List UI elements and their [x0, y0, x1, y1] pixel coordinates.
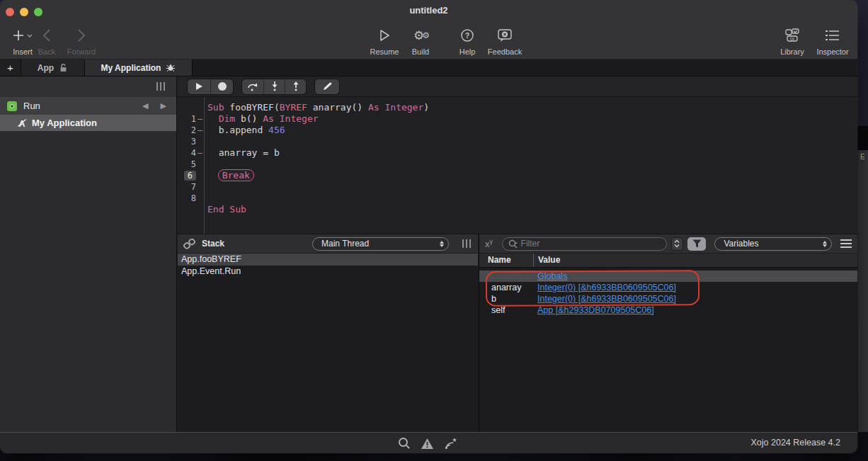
warning-icon[interactable]	[421, 438, 434, 450]
code-line[interactable]: 1— Dim b() As Integer	[178, 113, 857, 125]
tab-my-application[interactable]: My Application	[85, 59, 193, 76]
column-name: Name	[479, 254, 533, 267]
variable-row[interactable]: selfApp [&h2933DB0709505C06]	[479, 305, 857, 316]
code-text[interactable]: Break	[204, 170, 254, 181]
code-line[interactable]: 6 Break	[178, 170, 857, 181]
code-line[interactable]: 2— b.append 456	[178, 125, 857, 136]
gutter-line-number[interactable]: 8	[178, 193, 204, 204]
variable-row[interactable]: Globals	[479, 271, 857, 282]
code-line[interactable]: End Sub	[178, 204, 857, 215]
navigate-forward-icon[interactable]: ▶	[158, 101, 169, 110]
gutter-line-number[interactable]: 5	[178, 159, 204, 170]
stepper-arrows-icon	[674, 239, 680, 248]
stack-panel: Stack Main Thread App.fooBYREFApp.Event.…	[178, 234, 478, 432]
navigator-item-my-application[interactable]: A My Application	[0, 115, 176, 131]
navigator-item-label: My Application	[32, 118, 97, 128]
library-icon: OK	[770, 24, 815, 47]
forward-button[interactable]: Forward	[59, 24, 104, 56]
code-text[interactable]: anarray = b	[204, 147, 280, 159]
variables-panel-header: xy Filter Variables	[479, 234, 857, 253]
filter-funnel-button[interactable]	[687, 237, 707, 251]
pencil-icon	[322, 82, 333, 91]
gutter-line-number[interactable]: 7	[178, 181, 204, 193]
background-window-edge: E	[858, 150, 868, 432]
variables-filter-input[interactable]: Filter	[502, 237, 667, 251]
gutter-line-number[interactable]: 3	[178, 136, 204, 147]
code-line[interactable]: 8	[178, 193, 857, 204]
new-tab-button[interactable]: +	[0, 59, 21, 76]
gutter-line-number[interactable]: 4—	[178, 147, 204, 159]
main-toolbar: Insert Back Forward Resume ⚙⚙ Build	[0, 20, 857, 59]
variable-value-link[interactable]: Integer(0) [&h6933BB0609505C06]	[537, 294, 676, 304]
play-icon	[195, 82, 203, 91]
tab-app-label: App	[38, 63, 54, 73]
code-text[interactable]: End Sub	[204, 204, 246, 215]
thread-selector[interactable]: Main Thread	[312, 237, 449, 251]
step-over-button[interactable]	[242, 79, 263, 94]
gutter-line-number[interactable]	[178, 102, 204, 113]
feedback-button[interactable]: Feedback	[482, 24, 527, 56]
pane-mode-selector[interactable]: Variables	[714, 237, 832, 251]
code-editor[interactable]: Sub fooBYREF(BYREF anarray() As Integer)…	[178, 97, 857, 234]
filter-placeholder: Filter	[521, 239, 540, 249]
stack-title: Stack	[202, 239, 224, 249]
variable-value-link[interactable]: App [&h2933DB0709505C06]	[537, 305, 654, 315]
variable-name: anarray	[479, 282, 533, 293]
navigator-run-row[interactable]: Run ◀ ▶	[0, 97, 176, 115]
background-window-text-fragment: E	[860, 153, 865, 161]
debug-play-button[interactable]	[188, 79, 210, 94]
edit-code-button[interactable]	[315, 79, 339, 94]
window-title: untitled2	[0, 5, 857, 16]
menu-icon[interactable]	[840, 239, 852, 248]
debugger-toolbar	[178, 76, 857, 97]
step-into-icon	[271, 81, 278, 91]
stack-frame[interactable]: App.fooBYREF	[178, 254, 478, 266]
title-bar[interactable]: untitled2	[0, 0, 857, 20]
gutter-line-number[interactable]	[178, 204, 204, 215]
variable-name	[479, 271, 533, 282]
step-into-button[interactable]	[263, 79, 285, 94]
search-icon[interactable]	[398, 437, 411, 450]
tab-my-application-label: My Application	[101, 63, 161, 73]
expression-icon[interactable]: xy	[485, 238, 502, 249]
variable-row[interactable]: anarrayInteger(0) [&h6933BB0609505C06]	[479, 282, 857, 293]
step-out-button[interactable]	[285, 79, 306, 94]
gutter-line-number[interactable]: 2—	[178, 125, 204, 136]
code-line[interactable]: 7	[178, 181, 857, 193]
inspector-button[interactable]: Inspector	[810, 24, 855, 56]
code-line[interactable]: 4— anarray = b	[178, 147, 857, 159]
navigate-back-icon[interactable]: ◀	[139, 101, 151, 110]
bug-icon	[166, 63, 176, 73]
library-button[interactable]: OK Library	[770, 24, 815, 56]
variable-row[interactable]: bInteger(0) [&h6933BB0609505C06]	[479, 293, 857, 305]
gutter-divider	[204, 97, 205, 234]
variable-value-link[interactable]: Integer(0) [&h6933BB0609505C06]	[537, 283, 676, 292]
search-icon	[508, 239, 519, 249]
breakpoint-chip[interactable]: Break	[218, 169, 254, 181]
chevron-right-icon	[59, 24, 104, 47]
filter-stepper[interactable]	[671, 237, 683, 251]
chain-link-icon	[183, 239, 195, 249]
code-line[interactable]: 3	[178, 136, 857, 147]
code-line[interactable]: 5	[178, 159, 857, 170]
stack-panel-header: Stack Main Thread	[178, 234, 478, 253]
live-feed-icon[interactable]	[444, 437, 458, 450]
build-button[interactable]: ⚙⚙ Build	[398, 24, 443, 56]
variable-value-link[interactable]: Globals	[537, 271, 567, 281]
tab-app[interactable]: App	[21, 59, 85, 76]
funnel-icon	[692, 239, 702, 248]
application-icon: A	[17, 118, 28, 128]
gutter-line-number[interactable]: 6	[178, 170, 204, 181]
stop-icon	[217, 81, 227, 91]
svg-text:OK: OK	[790, 38, 795, 41]
panel-drag-handle-icon[interactable]	[156, 82, 165, 91]
debug-stop-button[interactable]	[210, 79, 233, 94]
xojo-ide-window: untitled2 Insert Back Forward Resume	[0, 0, 857, 453]
stack-frame[interactable]: App.Event.Run	[178, 266, 478, 278]
gutter-line-number[interactable]: 1—	[178, 113, 204, 125]
code-text[interactable]: Dim b() As Integer	[204, 113, 319, 125]
code-text[interactable]: Sub fooBYREF(BYREF anarray() As Integer)	[204, 102, 429, 113]
stack-panel-drag-handle-icon[interactable]	[462, 239, 471, 248]
code-line[interactable]: Sub fooBYREF(BYREF anarray() As Integer)	[178, 102, 857, 113]
code-text[interactable]: b.append 456	[204, 125, 285, 136]
